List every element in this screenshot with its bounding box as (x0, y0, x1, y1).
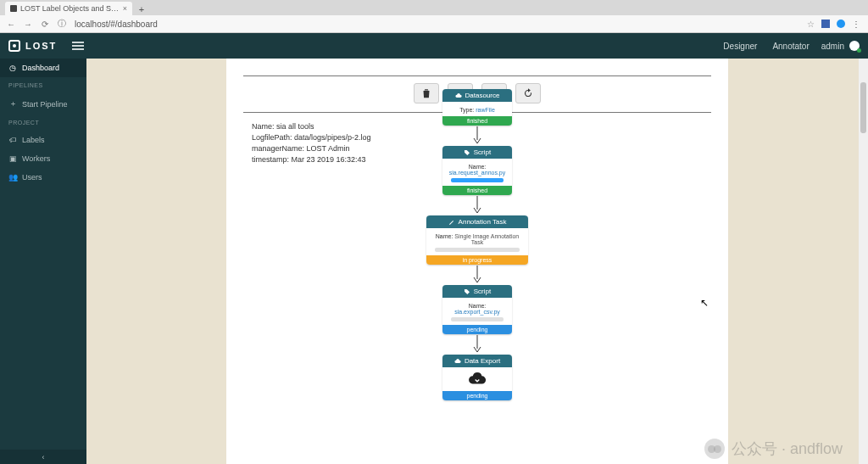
meta-line: managerName: LOST Admin (252, 143, 371, 154)
nav-designer[interactable]: Designer (723, 42, 757, 51)
pipeline-node-annotation-task[interactable]: Annotation Task Name: Single Image Annot… (426, 215, 528, 265)
users-icon: 👥 (8, 173, 17, 182)
scrollbar[interactable] (859, 59, 868, 464)
sidebar-item-users[interactable]: 👥 Users (0, 168, 86, 187)
user-avatar-icon (849, 41, 860, 51)
sidebar-toggle-button[interactable] (72, 42, 84, 50)
flow-arrow-icon (473, 334, 481, 355)
sidebar-item-workers[interactable]: ▣ Workers (0, 149, 86, 168)
pipeline-sheet: Name: sia all tools LogfilePath: data/lo… (226, 59, 728, 464)
browser-menu-icon[interactable]: ⋮ (852, 20, 861, 29)
bookmark-star-icon[interactable]: ☆ (807, 20, 815, 29)
app-top-bar: LOST Designer Annotator admin (0, 33, 868, 59)
browser-tab[interactable]: LOST Label Objects and S… × (5, 2, 132, 15)
gauge-icon: ◷ (8, 64, 17, 72)
extension-icon[interactable] (821, 20, 830, 28)
cube-icon: ▣ (8, 154, 17, 163)
node-status: finished (442, 116, 512, 126)
node-status: in progress (426, 255, 528, 265)
flow-arrow-icon (473, 126, 481, 146)
node-title: Script (474, 288, 491, 295)
tab-title: LOST Label Objects and S… (20, 4, 119, 13)
pipeline-metadata: Name: sia all tools LogfilePath: data/lo… (252, 121, 371, 165)
tab-favicon (10, 5, 17, 12)
sidebar: ◷ Dashboard PIPELINES ＋ Start Pipeline P… (0, 59, 86, 464)
node-status: pending (442, 391, 512, 400)
brand-name: LOST (25, 41, 57, 51)
progress-bar (451, 317, 504, 321)
pipeline-node-datasource[interactable]: Datasource Type: rawFile finished (442, 89, 512, 126)
node-body-value: Single Image Annotation Task (454, 233, 519, 245)
sidebar-item-labels[interactable]: 🏷 Labels (0, 131, 86, 149)
node-header: Datasource (442, 89, 512, 102)
browser-tabstrip: LOST Label Objects and S… × + (0, 0, 868, 15)
node-status: pending (442, 325, 512, 334)
node-header: Script (442, 285, 512, 298)
node-body: Name: sia.request_annos.py (442, 159, 512, 186)
pipeline-node-script[interactable]: Script Name: sia.request_annos.py finish… (442, 146, 512, 195)
back-icon[interactable]: ← (7, 20, 15, 29)
sidebar-item-dashboard[interactable]: ◷ Dashboard (0, 59, 86, 77)
node-body-label: Name: (436, 233, 453, 239)
sidebar-collapse-button[interactable]: ‹ (0, 450, 86, 464)
sidebar-item-label: Workers (22, 154, 50, 163)
flow-arrow-icon (473, 265, 481, 285)
node-body-label: Type: (459, 107, 474, 113)
node-body: Name: Single Image Annotation Task (426, 228, 528, 255)
flow-arrow-icon (473, 195, 481, 215)
node-title: Datasource (465, 92, 500, 99)
node-body-value[interactable]: sia.request_annos.py (449, 170, 506, 176)
url-field[interactable]: localhost/#/dashboard (75, 20, 798, 29)
node-header: Script (442, 146, 512, 159)
divider (243, 75, 711, 76)
node-body: Type: rawFile (442, 102, 512, 116)
info-icon: ⓘ (58, 18, 66, 30)
sidebar-item-label: Start Pipeline (22, 100, 68, 109)
tag-icon (464, 149, 470, 156)
tag-icon (464, 288, 470, 295)
sidebar-item-label: Dashboard (22, 64, 59, 72)
cloud-icon (455, 92, 462, 99)
node-title: Data Export (465, 357, 500, 365)
nav-annotator[interactable]: Annotator (772, 42, 809, 51)
node-body-value[interactable]: rawFile (476, 107, 495, 113)
node-status: finished (442, 186, 512, 195)
user-name: admin (821, 42, 844, 51)
pipeline-node-data-export[interactable]: Data Export pending (442, 355, 512, 400)
tag-icon: 🏷 (8, 136, 17, 144)
user-menu[interactable]: admin (821, 41, 860, 51)
sidebar-header-project: PROJECT (0, 115, 86, 131)
brand-logo-icon (8, 40, 20, 52)
profile-avatar-icon[interactable] (837, 20, 845, 28)
node-body (442, 367, 512, 391)
plus-icon: ＋ (8, 98, 17, 109)
sidebar-item-start-pipeline[interactable]: ＋ Start Pipeline (0, 93, 86, 115)
node-title: Annotation Task (459, 218, 507, 226)
progress-bar (435, 248, 520, 252)
content-stage: Name: sia all tools LogfilePath: data/lo… (86, 59, 868, 464)
meta-line: Name: sia all tools (252, 121, 371, 132)
browser-chrome: LOST Label Objects and S… × + ← → ⟳ ⓘ lo… (0, 0, 868, 33)
pencil-icon (448, 219, 455, 226)
new-tab-button[interactable]: + (136, 3, 147, 15)
sidebar-item-label: Users (22, 173, 42, 182)
brand[interactable]: LOST (8, 40, 57, 52)
meta-line: LogfilePath: data/logs/pipes/p-2.log (252, 132, 371, 143)
node-header: Annotation Task (426, 215, 528, 228)
scrollbar-thumb[interactable] (860, 82, 866, 133)
pipeline-flow: Datasource Type: rawFile finished Script (426, 89, 528, 400)
sidebar-header-pipelines: PIPELINES (0, 77, 86, 93)
tab-close-icon[interactable]: × (123, 4, 127, 13)
progress-bar (451, 178, 504, 182)
node-body: Name: sia.export_csv.py (442, 298, 512, 325)
node-body-label: Name: (469, 303, 487, 309)
cloud-download-icon (468, 372, 487, 386)
node-body-value[interactable]: sia.export_csv.py (454, 309, 500, 315)
pipeline-node-script[interactable]: Script Name: sia.export_csv.py pending (442, 285, 512, 334)
sidebar-item-label: Labels (22, 136, 45, 144)
node-header: Data Export (442, 355, 512, 367)
reload-icon[interactable]: ⟳ (41, 20, 49, 29)
forward-icon[interactable]: → (24, 20, 32, 29)
browser-address-bar: ← → ⟳ ⓘ localhost/#/dashboard ☆ ⋮ (0, 15, 868, 32)
node-title: Script (474, 148, 491, 156)
